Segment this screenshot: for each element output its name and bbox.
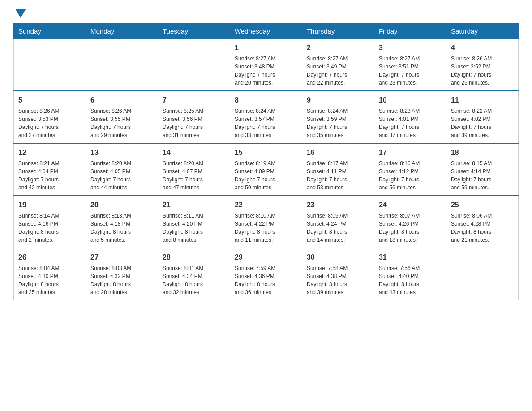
day-info-line: Sunset: 4:09 PM bbox=[235, 167, 297, 176]
day-info-line: Sunset: 4:28 PM bbox=[451, 220, 514, 228]
day-info-line: Sunrise: 8:27 AM bbox=[379, 55, 442, 63]
day-info-line: Sunrise: 8:01 AM bbox=[163, 264, 225, 272]
day-info-line: Sunset: 4:07 PM bbox=[163, 167, 225, 176]
day-info-line: Sunset: 4:32 PM bbox=[90, 272, 153, 280]
day-info-line: Daylight: 7 hours bbox=[18, 176, 81, 184]
day-info-line: Sunrise: 8:27 AM bbox=[235, 55, 297, 63]
day-number: 5 bbox=[18, 95, 81, 106]
day-number: 29 bbox=[235, 252, 297, 263]
day-info-line: and 31 minutes. bbox=[163, 131, 225, 139]
day-info-line: Sunrise: 8:16 AM bbox=[379, 159, 442, 167]
day-info-line: Sunset: 4:04 PM bbox=[18, 167, 81, 176]
day-info-line: and 22 minutes. bbox=[307, 79, 369, 87]
day-number: 25 bbox=[451, 200, 514, 210]
day-info-line: and 59 minutes. bbox=[451, 184, 514, 192]
day-info-line: Sunset: 4:12 PM bbox=[379, 167, 442, 176]
day-number: 18 bbox=[451, 147, 514, 158]
day-info-line: Sunrise: 8:17 AM bbox=[307, 159, 369, 167]
day-number: 9 bbox=[307, 95, 369, 106]
day-number: 2 bbox=[307, 43, 369, 53]
day-info-line: Sunrise: 8:04 AM bbox=[18, 264, 81, 272]
calendar-week-row: 5Sunrise: 8:26 AMSunset: 3:53 PMDaylight… bbox=[14, 91, 519, 143]
day-number: 15 bbox=[235, 147, 297, 158]
day-number: 23 bbox=[307, 200, 369, 210]
day-number: 1 bbox=[235, 43, 297, 53]
calendar-header-saturday: Saturday bbox=[446, 24, 518, 39]
day-info-line: Daylight: 7 hours bbox=[235, 123, 297, 131]
day-number: 20 bbox=[90, 200, 153, 210]
calendar-header-sunday: Sunday bbox=[14, 24, 86, 39]
day-info-line: Daylight: 7 hours bbox=[379, 123, 442, 131]
day-number: 14 bbox=[163, 147, 225, 158]
calendar-cell: 22Sunrise: 8:10 AMSunset: 4:22 PMDayligh… bbox=[230, 196, 302, 248]
calendar-week-row: 26Sunrise: 8:04 AMSunset: 4:30 PMDayligh… bbox=[14, 248, 519, 300]
day-info-line: and 44 minutes. bbox=[90, 184, 153, 192]
day-info-line: Daylight: 7 hours bbox=[90, 176, 153, 184]
day-info-line: Sunrise: 8:22 AM bbox=[451, 107, 514, 115]
day-info-line: Sunset: 3:53 PM bbox=[18, 115, 81, 123]
calendar-cell: 27Sunrise: 8:03 AMSunset: 4:32 PMDayligh… bbox=[86, 248, 158, 300]
day-info-line: and 23 minutes. bbox=[379, 79, 442, 87]
day-number: 11 bbox=[451, 95, 514, 106]
day-info-line: Daylight: 7 hours bbox=[451, 123, 514, 131]
calendar-week-row: 12Sunrise: 8:21 AMSunset: 4:04 PMDayligh… bbox=[14, 143, 519, 196]
day-info-line: Sunrise: 8:09 AM bbox=[307, 212, 369, 220]
calendar-cell: 12Sunrise: 8:21 AMSunset: 4:04 PMDayligh… bbox=[14, 143, 86, 196]
day-info-line: Sunrise: 8:24 AM bbox=[307, 107, 369, 115]
day-info-line: and 35 minutes. bbox=[307, 131, 369, 139]
day-info-line: Sunrise: 8:06 AM bbox=[451, 212, 514, 220]
calendar-cell: 20Sunrise: 8:13 AMSunset: 4:18 PMDayligh… bbox=[86, 196, 158, 248]
calendar-header-friday: Friday bbox=[374, 24, 446, 39]
day-info-line: Sunset: 4:34 PM bbox=[163, 272, 225, 280]
calendar-cell: 7Sunrise: 8:25 AMSunset: 3:56 PMDaylight… bbox=[158, 91, 230, 143]
day-info-line: Daylight: 7 hours bbox=[379, 176, 442, 184]
day-info-line: Sunset: 4:16 PM bbox=[18, 220, 81, 228]
day-info-line: and 11 minutes. bbox=[235, 236, 297, 244]
day-info-line: Sunset: 3:48 PM bbox=[235, 63, 297, 71]
day-number: 8 bbox=[235, 95, 297, 106]
day-info-line: Daylight: 8 hours bbox=[451, 228, 514, 236]
day-info-line: Sunrise: 7:56 AM bbox=[379, 264, 442, 272]
day-info-line: Daylight: 7 hours bbox=[235, 71, 297, 79]
day-info-line: Daylight: 8 hours bbox=[379, 280, 442, 288]
day-info-line: Sunset: 4:40 PM bbox=[379, 272, 442, 280]
calendar-week-row: 19Sunrise: 8:14 AMSunset: 4:16 PMDayligh… bbox=[14, 196, 519, 248]
day-number: 17 bbox=[379, 147, 442, 158]
day-info-line: and 25 minutes. bbox=[451, 79, 514, 87]
day-info-line: and 39 minutes. bbox=[451, 131, 514, 139]
day-info-line: Sunrise: 8:15 AM bbox=[451, 159, 514, 167]
day-info-line: and 50 minutes. bbox=[235, 184, 297, 192]
day-info-line: and 2 minutes. bbox=[18, 236, 81, 244]
calendar-header-tuesday: Tuesday bbox=[158, 24, 230, 39]
day-info-line: Sunset: 3:59 PM bbox=[307, 115, 369, 123]
day-info-line: Sunset: 3:57 PM bbox=[235, 115, 297, 123]
calendar-cell: 15Sunrise: 8:19 AMSunset: 4:09 PMDayligh… bbox=[230, 143, 302, 196]
day-info-line: and 25 minutes. bbox=[18, 288, 81, 296]
day-number: 4 bbox=[451, 43, 514, 53]
calendar-cell: 3Sunrise: 8:27 AMSunset: 3:51 PMDaylight… bbox=[374, 39, 446, 91]
calendar-cell: 11Sunrise: 8:22 AMSunset: 4:02 PMDayligh… bbox=[446, 91, 518, 143]
day-info-line: Sunset: 4:01 PM bbox=[379, 115, 442, 123]
day-info-line: Sunrise: 8:26 AM bbox=[90, 107, 153, 115]
calendar-header-row: SundayMondayTuesdayWednesdayThursdayFrid… bbox=[14, 24, 519, 39]
logo bbox=[13, 9, 26, 19]
day-info-line: Sunset: 4:36 PM bbox=[235, 272, 297, 280]
day-info-line: Sunset: 4:22 PM bbox=[235, 220, 297, 228]
day-info-line: Daylight: 7 hours bbox=[90, 123, 153, 131]
day-info-line: Sunrise: 7:59 AM bbox=[235, 264, 297, 272]
day-number: 30 bbox=[307, 252, 369, 263]
calendar-cell: 5Sunrise: 8:26 AMSunset: 3:53 PMDaylight… bbox=[14, 91, 86, 143]
calendar-cell: 21Sunrise: 8:11 AMSunset: 4:20 PMDayligh… bbox=[158, 196, 230, 248]
calendar-header-thursday: Thursday bbox=[302, 24, 374, 39]
day-info-line: and 47 minutes. bbox=[163, 184, 225, 192]
day-info-line: Daylight: 7 hours bbox=[235, 176, 297, 184]
day-info-line: Daylight: 7 hours bbox=[451, 176, 514, 184]
day-info-line: Daylight: 8 hours bbox=[235, 228, 297, 236]
day-number: 26 bbox=[18, 252, 81, 263]
calendar-cell: 30Sunrise: 7:58 AMSunset: 4:38 PMDayligh… bbox=[302, 248, 374, 300]
day-info-line: Sunrise: 8:14 AM bbox=[18, 212, 81, 220]
day-info-line: Sunset: 4:30 PM bbox=[18, 272, 81, 280]
day-info-line: Sunset: 4:05 PM bbox=[90, 167, 153, 176]
day-info-line: Sunset: 4:20 PM bbox=[163, 220, 225, 228]
calendar-cell bbox=[446, 248, 518, 300]
